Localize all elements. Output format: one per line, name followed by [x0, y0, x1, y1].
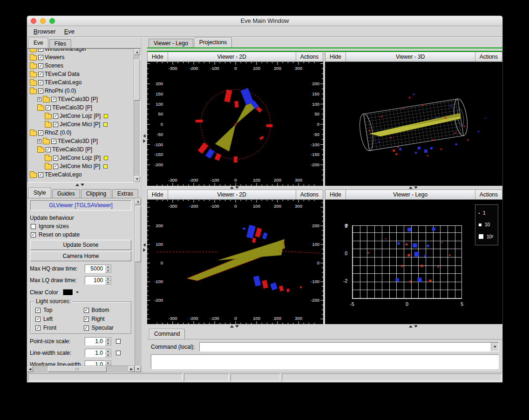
tab-viewer-lego[interactable]: Viewer - Lego	[149, 39, 193, 47]
max-hq-value[interactable]: 5000	[85, 264, 105, 273]
rhophi-canvas[interactable]: -300-300-200-200-100-1000010010020020030…	[147, 62, 323, 186]
point-size-value[interactable]: 1.0	[85, 337, 105, 345]
tree-item-label[interactable]: Scenes	[45, 62, 63, 69]
tree-item-label[interactable]: TEveCaloLego	[45, 79, 81, 86]
jetcone-color-swatch[interactable]	[104, 156, 108, 160]
tree-item-label[interactable]: TEveCalo3D [P]	[52, 146, 92, 153]
tree-item-label[interactable]: TEveCalo3D [P]	[52, 104, 92, 111]
minimize-button[interactable]	[40, 18, 46, 24]
camera-home-button[interactable]: Camera Home	[30, 251, 131, 261]
reset-on-update-checkbox[interactable]: ✓ Reset on update	[31, 231, 132, 238]
checkbox-icon[interactable]: ✓	[35, 308, 41, 313]
command-output[interactable]	[151, 354, 499, 369]
actions-button[interactable]: Actions	[475, 52, 502, 61]
splitter-handle[interactable]	[143, 134, 146, 143]
tab-style[interactable]: Style	[28, 188, 51, 198]
panel-splitter[interactable]	[141, 37, 147, 372]
actions-button[interactable]: Actions	[475, 190, 502, 199]
scroll-track[interactable]	[134, 55, 140, 176]
tree-item-label[interactable]: TEveCalo3D [P]	[58, 96, 98, 102]
tree-expander-icon[interactable]: +	[37, 97, 41, 102]
splitter-handle[interactable]	[230, 187, 239, 189]
spin-up-icon[interactable]: ▲	[105, 361, 111, 365]
spin-down-icon[interactable]: ▼	[105, 281, 111, 285]
command-input[interactable]	[200, 343, 491, 351]
line-width-checkbox[interactable]	[116, 351, 121, 355]
checkbox-icon[interactable]	[31, 224, 36, 229]
hide-button[interactable]: Hide	[326, 52, 346, 61]
splitter-handle[interactable]	[409, 187, 418, 189]
viewer-row-splitter[interactable]	[147, 186, 502, 190]
line-width-spinbox[interactable]: 1.0 ▲▼	[85, 349, 111, 357]
tree-item[interactable]: ✓TEveCaloLego	[28, 78, 134, 87]
spin-down-icon[interactable]: ▼	[105, 353, 111, 357]
command-combobox[interactable]	[199, 342, 499, 352]
hide-button[interactable]: Hide	[148, 190, 168, 199]
rhoz-canvas[interactable]: -300-300-200-200-100-1000010010020020030…	[147, 200, 323, 324]
scroll-down-icon[interactable]: ▼	[135, 366, 141, 372]
scroll-down-icon[interactable]: ▼	[134, 176, 140, 182]
splitter-handle[interactable]	[75, 184, 84, 186]
viewer3d-canvas[interactable]	[325, 62, 502, 186]
tree-item[interactable]: ✓Scenes	[28, 61, 134, 70]
checkbox-icon[interactable]: ✓	[35, 317, 41, 322]
lego-plot-area[interactable]	[352, 225, 462, 299]
lego-canvas[interactable]: φ 1 10 10² -50520-2	[325, 200, 502, 324]
glviewer-link[interactable]: GLViewer [TGLSAViewer]	[30, 200, 131, 210]
scroll-right-icon[interactable]: ▶	[129, 366, 135, 372]
tree-item-label[interactable]: TEveCaloLego	[45, 171, 81, 178]
tree-item[interactable]: ✓JetCone Lojz [P]	[28, 154, 134, 162]
scroll-thumb[interactable]	[48, 366, 107, 372]
tree-item[interactable]: ✓JetCone Lojz [P]	[28, 112, 134, 120]
scroll-left-icon[interactable]: ◀	[27, 366, 33, 372]
light-checkbox-right[interactable]: ✓Right	[84, 316, 129, 322]
close-button[interactable]	[31, 18, 36, 24]
clear-color-swatch[interactable]	[63, 289, 73, 296]
tab-files[interactable]: Files	[49, 39, 71, 48]
spin-up-icon[interactable]: ▲	[105, 277, 111, 281]
viewer-bottom-splitter[interactable]	[147, 324, 502, 328]
style-scrollbar[interactable]: ▲ ▼	[135, 198, 141, 372]
tree-item[interactable]: ✓Viewers	[28, 53, 134, 61]
actions-button[interactable]: Actions	[296, 52, 323, 61]
update-scene-button[interactable]: Update Scene	[30, 240, 131, 250]
checkbox-icon[interactable]: ✓	[84, 325, 89, 331]
tree-item[interactable]: ✓TEveCaloLego	[28, 170, 134, 179]
scroll-track[interactable]	[135, 204, 141, 366]
spin-up-icon[interactable]: ▲	[105, 265, 111, 269]
tree-item-checkbox[interactable]: ✓	[53, 114, 58, 119]
tree-item-label[interactable]: TEveCal Data	[45, 71, 80, 77]
light-checkbox-specular[interactable]: ✓Specular	[84, 325, 129, 331]
light-checkbox-front[interactable]: ✓Front	[35, 325, 81, 331]
tab-eve[interactable]: Eve	[28, 38, 48, 48]
scroll-thumb[interactable]	[134, 60, 140, 101]
light-checkbox-left[interactable]: ✓Left	[35, 316, 81, 322]
splitter-handle[interactable]	[230, 325, 239, 327]
tab-projections[interactable]: Projections	[194, 37, 232, 47]
checkbox-icon[interactable]: ✓	[31, 232, 36, 237]
tree-item-checkbox[interactable]: ✓	[38, 80, 43, 85]
scroll-track[interactable]	[33, 366, 129, 372]
tree-item-label[interactable]: RhoPhi (0.0)	[45, 88, 76, 94]
checkbox-icon[interactable]: ✓	[84, 308, 89, 313]
actions-button[interactable]: Actions	[296, 190, 323, 199]
scroll-thumb[interactable]	[135, 206, 141, 262]
tab-command[interactable]: Command	[149, 329, 185, 339]
tree-item-label[interactable]: JetCone Lojz [P]	[60, 155, 101, 161]
tree-item-checkbox[interactable]: ✓	[38, 130, 43, 135]
spin-down-icon[interactable]: ▼	[105, 269, 111, 273]
tree-expander-icon[interactable]: +	[37, 139, 41, 143]
tree-scrollbar[interactable]: ▲ ▼	[134, 49, 140, 182]
checkbox-icon[interactable]: ✓	[35, 325, 41, 331]
tree-item[interactable]: ✓TEveCal Data	[28, 70, 134, 78]
style-hscrollbar[interactable]: ◀ ▶	[27, 366, 135, 372]
wireframe-spinbox[interactable]: 1.0 ▲▼	[85, 360, 111, 366]
scroll-up-icon[interactable]: ▲	[135, 198, 141, 204]
tree-item-label[interactable]: RhoZ (0.0)	[45, 129, 71, 136]
spin-down-icon[interactable]: ▼	[105, 342, 111, 345]
tree-item-checkbox[interactable]: ✓	[38, 55, 43, 60]
line-width-value[interactable]: 1.0	[85, 349, 105, 357]
tree-splitter[interactable]	[27, 183, 141, 187]
spin-down-icon[interactable]: ▼	[105, 365, 111, 366]
tree-item[interactable]: ✓JetCone Mici [P]	[28, 162, 134, 170]
